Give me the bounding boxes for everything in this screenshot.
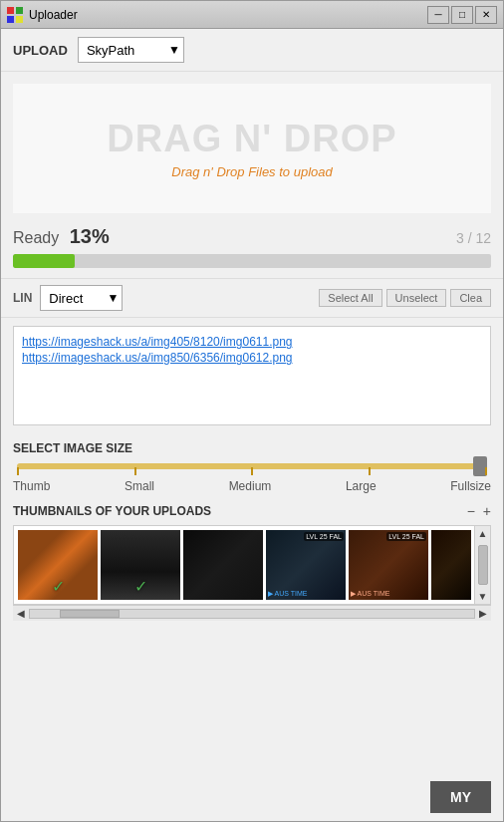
scroll-down-arrow-icon[interactable]: ▼ <box>476 589 490 604</box>
thumb-overlay-5: ▶ AUS TIME <box>351 590 390 598</box>
size-large-label: Large <box>346 479 377 493</box>
scroll-up-arrow-icon[interactable]: ▲ <box>476 526 490 541</box>
unselect-button[interactable]: Unselect <box>386 289 447 307</box>
window-title: Uploader <box>29 8 78 22</box>
tick-thumb <box>17 467 19 475</box>
thumbnails-label: THUMBNAILS OF YOUR UPLOADS <box>13 504 211 518</box>
thumbnail-badge-5: LVL 25 FAL <box>386 532 426 541</box>
links-box: https://imageshack.us/a/img405/8120/img0… <box>13 326 491 425</box>
progress-bar-background <box>13 254 491 268</box>
toolbar: UPLOAD SkyPath Imgur ImageShack ▼ <box>1 29 503 72</box>
slider-labels: Thumb Small Medium Large Fullsize <box>13 479 491 493</box>
scroll-left-arrow-icon[interactable]: ◀ <box>13 608 29 619</box>
title-bar-left: Uploader <box>7 7 78 23</box>
select-all-button[interactable]: Select All <box>319 289 381 307</box>
tick-small <box>134 467 136 475</box>
lin-type-dropdown[interactable]: Direct BBCode HTML ▼ <box>40 285 123 311</box>
tick-large <box>369 467 371 475</box>
svg-rect-3 <box>16 16 23 23</box>
image-size-label: SELECT IMAGE SIZE <box>13 441 491 455</box>
scroll-thumb-vertical[interactable] <box>478 545 488 585</box>
thumbnail-badge-4: LVL 25 FAL <box>304 532 344 541</box>
lin-type-select[interactable]: Direct BBCode HTML <box>40 285 123 311</box>
upload-label: UPLOAD <box>13 43 68 58</box>
link-item-1[interactable]: https://imageshack.us/a/img405/8120/img0… <box>22 335 482 349</box>
minimize-button[interactable]: ─ <box>427 6 449 24</box>
scroll-track-horizontal <box>29 609 475 619</box>
svg-rect-0 <box>7 7 14 14</box>
thumb-controls: − + <box>467 503 491 519</box>
progress-bar-fill <box>13 254 75 268</box>
thumb-check-2: ✓ <box>134 577 147 596</box>
progress-percent: 13% <box>70 225 110 247</box>
close-button[interactable]: ✕ <box>475 6 497 24</box>
size-medium-label: Medium <box>229 479 272 493</box>
progress-status: Ready <box>13 229 59 246</box>
thumbnail-item-5[interactable]: LVL 25 FAL ▶ AUS TIME <box>349 530 428 600</box>
svg-rect-1 <box>16 7 23 14</box>
slider-ticks <box>17 469 487 475</box>
clear-button[interactable]: Clea <box>450 289 491 307</box>
lin-label: LIN <box>13 291 32 305</box>
drop-zone[interactable]: DRAG N' DROP Drag n' Drop Files to uploa… <box>13 84 491 213</box>
image-size-section: SELECT IMAGE SIZE Thumb Small Medium Lar… <box>13 441 491 493</box>
thumbnail-item-4[interactable]: LVL 25 FAL ▶ AUS TIME <box>266 530 346 600</box>
thumbnails-vertical-scrollbar[interactable]: ▲ ▼ <box>474 526 490 604</box>
upload-service-dropdown[interactable]: SkyPath Imgur ImageShack ▼ <box>78 37 184 63</box>
size-thumb-label: Thumb <box>13 479 50 493</box>
progress-count: 3 / 12 <box>456 230 491 246</box>
drop-zone-main-text: DRAG N' DROP <box>107 118 396 160</box>
svg-rect-2 <box>7 16 14 23</box>
main-window: Uploader ─ □ ✕ UPLOAD SkyPath Imgur Imag… <box>0 0 504 822</box>
tick-medium <box>251 467 253 475</box>
lin-actions: Select All Unselect Clea <box>319 289 491 307</box>
scroll-thumb-horizontal[interactable] <box>60 610 120 618</box>
thumbnails-grid: ✓ ✓ LVL 25 FAL ▶ AUS TIME <box>14 526 490 604</box>
title-buttons: ─ □ ✕ <box>427 6 497 24</box>
link-item-2[interactable]: https://imageshack.us/a/img850/6356/img0… <box>22 351 482 365</box>
thumbnails-header: THUMBNAILS OF YOUR UPLOADS − + <box>13 503 491 519</box>
thumb-check-1: ✓ <box>52 577 65 596</box>
lin-bar: LIN Direct BBCode HTML ▼ Select All Unse… <box>1 278 503 318</box>
thumbnails-section: THUMBNAILS OF YOUR UPLOADS − + ✓ ✓ <box>13 503 491 621</box>
progress-section: Ready 13% 3 / 12 <box>13 225 491 268</box>
thumbnail-item-3[interactable] <box>183 530 263 600</box>
thumb-plus-button[interactable]: + <box>483 503 491 519</box>
tick-fullsize <box>485 467 487 475</box>
thumbnail-item-2[interactable]: ✓ <box>101 530 180 600</box>
drop-zone-sub-text: Drag n' Drop Files to upload <box>171 164 332 179</box>
footer: MY <box>1 773 503 821</box>
my-button[interactable]: MY <box>430 781 491 813</box>
thumbnail-item-6[interactable] <box>431 530 471 600</box>
maximize-button[interactable]: □ <box>451 6 473 24</box>
size-small-label: Small <box>125 479 154 493</box>
progress-status-group: Ready 13% <box>13 225 110 248</box>
size-fullsize-label: Fullsize <box>450 479 491 493</box>
image-size-slider-container[interactable] <box>13 463 491 475</box>
thumb-minus-button[interactable]: − <box>467 503 475 519</box>
thumb-overlay-4: ▶ AUS TIME <box>268 590 308 598</box>
title-bar: Uploader ─ □ ✕ <box>1 1 503 29</box>
thumbnails-horizontal-scrollbar[interactable]: ◀ ▶ <box>13 605 491 621</box>
thumbnail-item-1[interactable]: ✓ <box>18 530 98 600</box>
progress-info: Ready 13% 3 / 12 <box>13 225 491 248</box>
upload-service-select[interactable]: SkyPath Imgur ImageShack <box>78 37 184 63</box>
thumbnails-grid-wrapper: ✓ ✓ LVL 25 FAL ▶ AUS TIME <box>13 525 491 605</box>
app-icon <box>7 7 23 23</box>
scroll-right-arrow-icon[interactable]: ▶ <box>475 608 491 619</box>
